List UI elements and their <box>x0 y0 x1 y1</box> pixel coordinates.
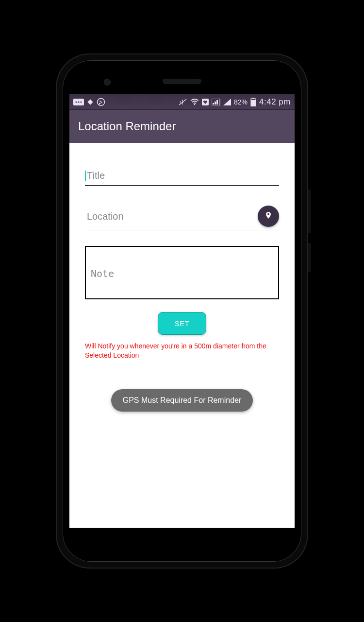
phone-camera <box>104 79 111 86</box>
app-title: Location Reminder <box>78 120 176 133</box>
pick-location-button[interactable] <box>258 206 279 227</box>
whatsapp-icon <box>97 98 105 106</box>
vibrate-icon <box>179 98 187 106</box>
content: SET Will Notify you whenever you're in a… <box>69 143 295 412</box>
wifi-icon <box>190 99 199 105</box>
phone-side-button <box>308 190 311 233</box>
svg-point-3 <box>80 101 82 103</box>
set-button[interactable]: SET <box>158 312 207 335</box>
phone-bezel: 82% 4:42 pm Location Reminder <box>63 60 301 562</box>
location-field-row <box>85 206 279 230</box>
note-input[interactable] <box>85 246 279 299</box>
battery-icon <box>250 98 256 106</box>
phone-frame: 82% 4:42 pm Location Reminder <box>56 53 308 569</box>
phone-side-button <box>308 243 311 272</box>
svg-point-14 <box>267 213 269 215</box>
app-header: Location Reminder <box>69 110 295 143</box>
svg-point-2 <box>78 101 79 103</box>
title-field-row <box>85 166 279 186</box>
distance-notice: Will Notify you whenever you're in a 500… <box>85 342 279 360</box>
phone-speaker <box>163 79 201 84</box>
svg-rect-12 <box>251 100 256 106</box>
more-icon <box>73 99 84 105</box>
status-bar: 82% 4:42 pm <box>69 94 295 110</box>
clock: 4:42 pm <box>259 97 291 107</box>
status-right: 82% 4:42 pm <box>179 97 291 107</box>
diamond-icon <box>87 99 94 105</box>
location-pin-icon <box>263 210 274 223</box>
screen: 82% 4:42 pm Location Reminder <box>69 94 295 528</box>
heart-icon <box>202 99 209 105</box>
svg-point-7 <box>194 104 195 104</box>
title-input[interactable] <box>85 166 279 186</box>
location-input[interactable] <box>85 207 258 226</box>
signal2-icon <box>223 99 231 105</box>
form-card: SET Will Notify you whenever you're in a… <box>78 156 286 412</box>
svg-rect-4 <box>87 99 93 104</box>
status-left <box>73 98 105 106</box>
gps-required-chip: GPS Must Required For Reminder <box>111 389 253 412</box>
signal-icon <box>212 99 220 105</box>
svg-point-1 <box>75 101 77 103</box>
battery-percent: 82% <box>234 98 248 106</box>
